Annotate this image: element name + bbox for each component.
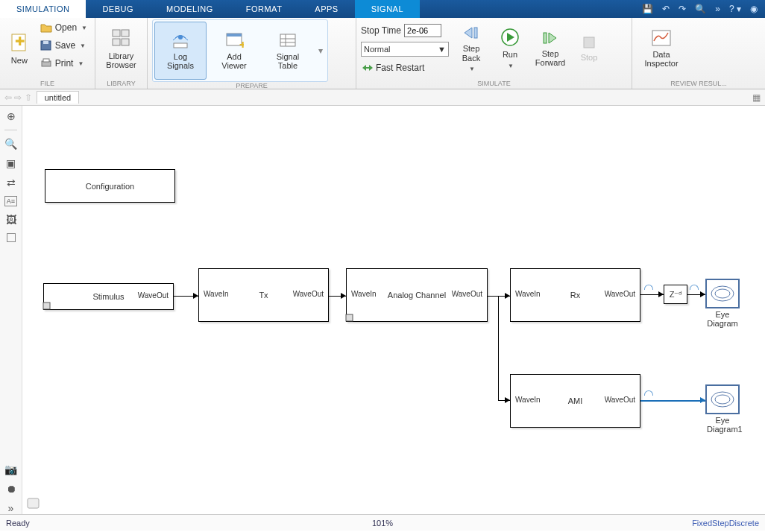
run-button[interactable]: Run ▼	[494, 19, 526, 77]
screenshot-icon[interactable]: 📷	[4, 463, 17, 475]
stop-button[interactable]: Stop	[574, 19, 604, 77]
stop-time-label: Stop Time	[361, 25, 401, 36]
prepare-gallery: Log Signals ✚ Add Viewer Signal Table ▾	[152, 19, 328, 82]
step-forward-button[interactable]: Step Forward	[531, 19, 570, 77]
block-analog-channel[interactable]: WaveIn Analog Channel WaveOut	[346, 268, 488, 322]
section-review: Data Inspector REVIEW RESUL...	[632, 18, 765, 89]
nav-up-icon[interactable]: ⇧	[25, 92, 32, 103]
new-button[interactable]: ✚ New	[4, 19, 34, 77]
undo-icon[interactable]: ↶	[662, 4, 670, 14]
block-delay-label: Z⁻ᵈ	[670, 290, 682, 300]
hide-toolstrip-icon[interactable]: ▦	[752, 92, 761, 103]
block-stimulus-label: Stimulus	[92, 292, 124, 301]
port-ami-in: WaveIn	[515, 396, 541, 404]
open-label: Open	[55, 22, 77, 33]
section-simulate: Stop Time Normal▼ Fast Restart Step Back…	[356, 18, 632, 89]
help-icon[interactable]: ? ▾	[729, 4, 741, 14]
status-zoom[interactable]: 101%	[372, 519, 393, 528]
new-icon: ✚	[10, 32, 29, 53]
block-channel-label: Analog Channel	[388, 291, 446, 300]
zoom-icon[interactable]: 🔍	[4, 138, 17, 150]
block-eye-diagram-label: Eye Diagram	[707, 310, 738, 328]
block-rx[interactable]: WaveIn Rx WaveOut	[510, 268, 640, 322]
block-stimulus[interactable]: Stimulus WaveOut	[43, 283, 174, 310]
block-configuration[interactable]: Configuration	[45, 169, 175, 203]
save-button[interactable]: Save▼	[37, 37, 90, 54]
area-icon[interactable]	[7, 233, 16, 242]
log-signals-icon	[171, 31, 190, 49]
search-icon[interactable]: 🔍	[695, 4, 706, 14]
add-viewer-label: Add Viewer	[221, 52, 246, 70]
record-icon[interactable]: ⏺	[6, 483, 16, 495]
block-delay[interactable]: Z⁻ᵈ	[664, 285, 687, 304]
mask-icon	[345, 314, 354, 323]
sample-time-icon[interactable]: ⇄	[7, 177, 16, 189]
port-stimulus-out: WaveOut	[138, 291, 169, 300]
tab-simulation[interactable]: SIMULATION	[0, 0, 86, 18]
svg-rect-8	[113, 39, 120, 45]
simulation-mode-value: Normal	[364, 45, 390, 54]
block-eye-diagram[interactable]: Eye Diagram	[705, 279, 740, 308]
prepare-gallery-expand[interactable]: ▾	[315, 22, 326, 80]
step-back-icon	[462, 25, 481, 41]
fit-icon[interactable]: ▣	[6, 157, 16, 169]
expand-icon[interactable]: »	[715, 4, 720, 14]
data-inspector-button[interactable]: Data Inspector	[637, 19, 686, 77]
signal-logging-badge	[690, 285, 699, 292]
step-back-label: Step Back	[462, 44, 480, 62]
tab-apps[interactable]: APPS	[298, 0, 354, 18]
print-icon	[40, 58, 52, 69]
model-badge-icon[interactable]	[27, 498, 40, 510]
fast-restart-icon	[361, 63, 373, 73]
add-viewer-button[interactable]: ✚ Add Viewer	[208, 22, 260, 80]
arrowhead-icon	[505, 397, 510, 403]
print-label: Print	[55, 58, 74, 69]
block-configuration-label: Configuration	[86, 182, 134, 191]
redo-icon[interactable]: ↷	[679, 4, 686, 14]
save-icon[interactable]: 💾	[642, 4, 653, 14]
port-rx-in: WaveIn	[515, 290, 541, 298]
svg-point-27	[715, 289, 730, 298]
model-tab[interactable]: untitled	[37, 91, 79, 104]
annotation-icon[interactable]: A≡	[4, 196, 17, 206]
print-button[interactable]: Print▼	[37, 55, 90, 72]
new-label: New	[11, 56, 28, 65]
svg-point-29	[715, 395, 730, 404]
tab-format[interactable]: FORMAT	[230, 0, 299, 18]
stop-time-input[interactable]	[404, 24, 441, 37]
port-tx-in: WaveIn	[204, 290, 229, 298]
svg-rect-25	[346, 314, 353, 321]
image-icon[interactable]: 🖼	[6, 214, 16, 226]
block-eye-diagram1[interactable]: Eye Diagram1	[705, 384, 740, 414]
section-review-label: REVIEW RESUL...	[637, 80, 761, 89]
simulation-mode-select[interactable]: Normal▼	[361, 42, 449, 57]
log-signals-label: Log Signals	[167, 52, 194, 70]
section-file-label: FILE	[4, 80, 90, 89]
svg-rect-11	[174, 43, 187, 48]
tab-modeling[interactable]: MODELING	[150, 0, 230, 18]
step-back-button[interactable]: Step Back ▼	[453, 19, 489, 77]
status-bar: Ready 101% FixedStepDiscrete	[0, 514, 765, 531]
data-inspector-label: Data Inspector	[644, 50, 678, 68]
block-ami[interactable]: WaveIn AMI WaveOut	[510, 374, 640, 428]
section-library-label: LIBRARY	[100, 80, 142, 89]
library-browser-button[interactable]: Library Browser	[100, 19, 142, 77]
nav-back-icon[interactable]: ⇦	[4, 92, 12, 103]
block-ami-label: AMI	[568, 396, 583, 405]
tab-debug[interactable]: DEBUG	[86, 0, 150, 18]
fullscreen-icon[interactable]: ◉	[750, 4, 758, 14]
more-icon[interactable]: »	[8, 502, 14, 514]
signal-table-button[interactable]: Signal Table	[262, 22, 314, 80]
block-tx[interactable]: WaveIn Tx WaveOut	[198, 268, 329, 322]
stop-icon	[581, 35, 597, 50]
tab-signal[interactable]: SIGNAL	[355, 0, 420, 18]
step-forward-icon	[541, 30, 560, 46]
nav-forward-icon[interactable]: ⇨	[14, 92, 22, 103]
log-signals-button[interactable]: Log Signals	[154, 22, 207, 80]
fast-restart-button[interactable]: Fast Restart	[376, 63, 424, 73]
open-button[interactable]: Open▼	[37, 19, 90, 36]
canvas[interactable]: Configuration Stimulus WaveOut WaveIn Tx…	[22, 106, 765, 514]
fit-to-view-icon[interactable]: ⊕	[7, 110, 16, 122]
svg-rect-22	[584, 37, 594, 48]
status-solver[interactable]: FixedStepDiscrete	[692, 519, 759, 528]
